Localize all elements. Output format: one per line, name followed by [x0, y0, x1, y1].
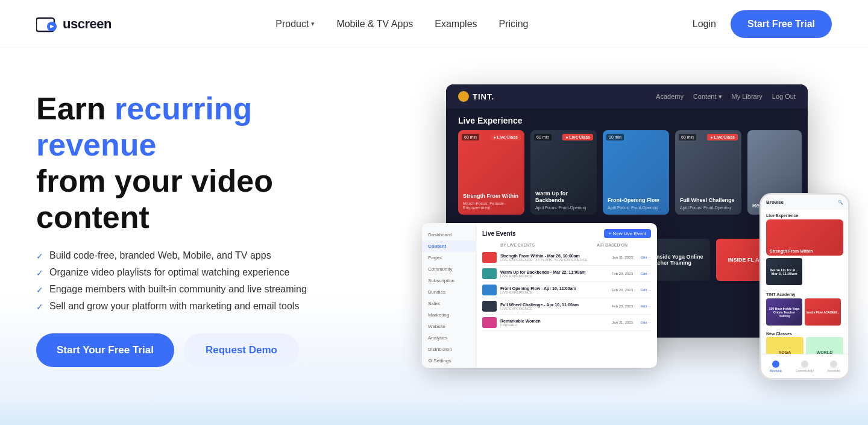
- navbar: uscreen Product ▾ Mobile & TV Apps Examp…: [0, 0, 868, 48]
- mobile-featured-label: Strength From Within: [770, 249, 813, 253]
- check-icon: ✓: [36, 251, 43, 261]
- mobile-new-classes-label: New Classes: [761, 329, 848, 337]
- logo-icon: [36, 16, 58, 33]
- mockup-nav-content: Content ▾: [693, 93, 722, 101]
- admin-sidebar: Dashboard Content Pages Community Subscr…: [422, 223, 476, 368]
- sidebar-item-settings[interactable]: ⚙ Settings: [422, 355, 476, 367]
- mobile-academy-thumbs: 200-Hour Inside Yoga Online Teacher Trai…: [761, 298, 848, 329]
- mobile-search-icon[interactable]: 🔍: [838, 200, 843, 205]
- check-icon: ✓: [36, 268, 43, 278]
- mobile-featured-card: Strength From Within: [766, 219, 843, 256]
- sidebar-item-content[interactable]: Content: [422, 241, 476, 252]
- list-item: ✓ Sell and grow your platform with marke…: [36, 301, 374, 312]
- mins-badge: 60 min: [462, 134, 479, 140]
- mobile-mockup: Browse 🔍 Live Experience Strength From W…: [760, 193, 850, 380]
- nav-pricing[interactable]: Pricing: [499, 19, 529, 30]
- mockup-card-3: 10 min Front-Opening Flow April Focus: F…: [603, 130, 669, 215]
- mobile-nav-community[interactable]: Community: [790, 354, 819, 378]
- admin-panel-title: Live Events: [482, 230, 516, 237]
- mobile-thumb-1: Warm Up for B... Mar 3, 11:00am: [766, 258, 802, 285]
- hero-section: Earn recurring revenuefrom your video co…: [0, 48, 868, 398]
- table-row: Warm Up for Backbends - Mar 22, 11:00am …: [482, 266, 651, 282]
- sidebar-item-pages[interactable]: Pages: [422, 252, 476, 263]
- table-row: Full Wheel Challenge - Apr 10, 11:00am L…: [482, 298, 651, 315]
- mockup-nav-logout: Log Out: [772, 93, 796, 101]
- chevron-down-icon: ▾: [311, 20, 315, 28]
- sidebar-item-dashboard[interactable]: Dashboard: [422, 229, 476, 241]
- hero-buttons: Start Your Free Trial Request Demo: [36, 333, 374, 367]
- mobile-thumbnails: Warm Up for B... Mar 3, 11:00am: [761, 258, 848, 289]
- event-thumbnail: [482, 301, 497, 312]
- nav-mobile-tv[interactable]: Mobile & TV Apps: [336, 19, 413, 30]
- mobile-header: Browse 🔍: [761, 195, 848, 210]
- admin-panel-mockup: Dashboard Content Pages Community Subscr…: [422, 223, 657, 368]
- mockup-card-2: 60 min ● Live Class Warm Up for Backbend…: [530, 130, 597, 215]
- mobile-nav-account[interactable]: Account: [819, 354, 848, 378]
- mockup-live-section: Live Experience: [446, 109, 808, 130]
- check-icon: ✓: [36, 302, 43, 312]
- mobile-academy-section: TINT Academy: [761, 289, 848, 298]
- mobile-live-section: Live Experience: [761, 210, 848, 219]
- bottom-gradient: [0, 398, 868, 425]
- hero-visual: TINT. Academy Content ▾ My Library Log O…: [398, 84, 832, 374]
- mockup-nav-library: My Library: [732, 93, 763, 101]
- mobile-bottom-nav: Browse Community Account: [761, 354, 848, 378]
- nav-product[interactable]: Product ▾: [275, 19, 315, 30]
- table-row: Front Opening Flow - Apr 10, 11:00am LIV…: [482, 282, 651, 298]
- mockup-brand: TINT.: [473, 92, 494, 101]
- table-row: Remarkable Women FINISHED Jan 31, 2023 E…: [482, 315, 651, 331]
- admin-content-area: Live Events + New Live Event BY LIVE EVE…: [476, 223, 657, 368]
- live-badge: ● Live Class: [490, 134, 521, 140]
- sidebar-item-sales[interactable]: Sales: [422, 298, 476, 309]
- mockup-card-4: 60 min ● Live Class Full Wheel Challenge…: [675, 130, 741, 215]
- mockup-cards: 60 min ● Live Class Strength From Within…: [446, 130, 808, 222]
- request-demo-button[interactable]: Request Demo: [184, 333, 299, 367]
- sidebar-item-subscription[interactable]: Subscription: [422, 275, 476, 286]
- hero-features-list: ✓ Build code-free, branded Web, Mobile, …: [36, 250, 374, 312]
- mockup-topbar: TINT. Academy Content ▾ My Library Log O…: [446, 84, 808, 109]
- event-thumbnail: [482, 285, 497, 295]
- mockup-logo-area: TINT.: [458, 91, 494, 102]
- sidebar-item-analytics[interactable]: Analytics: [422, 332, 476, 344]
- list-item: ✓ Build code-free, branded Web, Mobile, …: [36, 250, 374, 261]
- admin-new-event-button[interactable]: + New Live Event: [604, 229, 651, 238]
- start-free-trial-button[interactable]: Start Your Free Trial: [36, 333, 174, 367]
- nav-right: Login Start Free Trial: [693, 10, 832, 38]
- mobile-academy-1: 200-Hour Inside Yoga Online Teacher Trai…: [766, 298, 802, 326]
- mobile-nav-browse[interactable]: Browse: [761, 354, 790, 378]
- table-row: Strength From Within - Mar 26, 10:00am L…: [482, 250, 651, 266]
- sidebar-item-website[interactable]: Website: [422, 321, 476, 332]
- check-icon: ✓: [36, 285, 43, 295]
- start-free-trial-nav-button[interactable]: Start Free Trial: [731, 10, 832, 38]
- admin-header: Live Events + New Live Event: [482, 229, 651, 238]
- mockup-logo-dot: [458, 91, 469, 102]
- mobile-browse-label: Browse: [766, 200, 784, 205]
- list-item: ✓ Engage members with built-in community…: [36, 284, 374, 295]
- mockup-nav-items: Academy Content ▾ My Library Log Out: [656, 93, 796, 101]
- sidebar-item-marketing[interactable]: Marketing: [422, 309, 476, 321]
- list-item: ✓ Organize video playlists for optimal w…: [36, 267, 374, 278]
- logo-text: uscreen: [63, 16, 112, 32]
- login-button[interactable]: Login: [693, 19, 716, 30]
- mockup-container: TINT. Academy Content ▾ My Library Log O…: [446, 84, 832, 374]
- mockup-nav-academy: Academy: [656, 93, 684, 101]
- event-thumbnail: [482, 268, 497, 279]
- sidebar-item-community[interactable]: Community: [422, 263, 476, 275]
- admin-table-header: BY LIVE EVENTS AIR BASED ON: [482, 243, 651, 247]
- mockup-card-1: 60 min ● Live Class Strength From Within…: [458, 130, 524, 215]
- event-thumbnail: [482, 252, 497, 263]
- sidebar-item-distribution[interactable]: Distribution: [422, 344, 476, 355]
- hero-left: Earn recurring revenuefrom your video co…: [36, 91, 374, 367]
- sidebar-item-bundles[interactable]: Bundles: [422, 286, 476, 298]
- hero-heading: Earn recurring revenuefrom your video co…: [36, 91, 374, 235]
- logo[interactable]: uscreen: [36, 16, 112, 33]
- nav-links: Product ▾ Mobile & TV Apps Examples Pric…: [275, 19, 528, 30]
- nav-examples[interactable]: Examples: [435, 19, 477, 30]
- mobile-academy-2: Inside Flow ACADEM...: [805, 298, 841, 326]
- event-thumbnail: [482, 317, 497, 328]
